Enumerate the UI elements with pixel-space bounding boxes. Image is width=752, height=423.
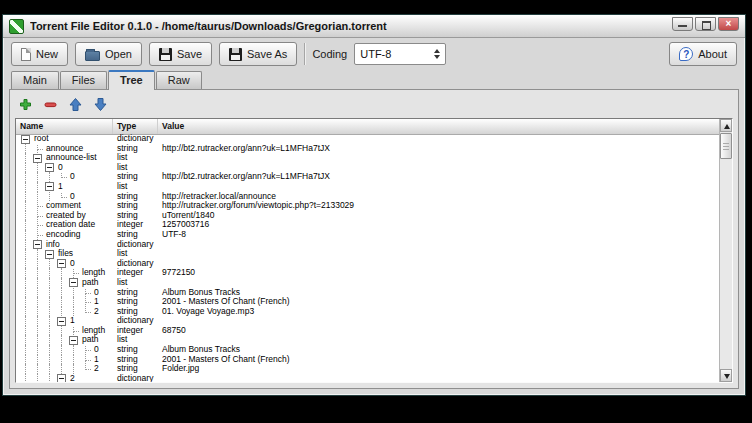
tree-row[interactable]: creation dateinteger1257003716 <box>16 220 719 230</box>
collapse-expander-icon[interactable] <box>44 163 56 173</box>
tree-row[interactable]: commentstringhttp://rutracker.org/forum/… <box>16 201 719 211</box>
tree-row[interactable]: infodictionary <box>16 240 719 250</box>
tree-cell-type: string <box>113 192 158 202</box>
tree-row[interactable]: 1string2001 - Masters Of Chant (French) <box>16 355 719 365</box>
tree-view: Name Type Value rootdictionaryannouncest… <box>15 118 733 383</box>
coding-select[interactable]: UTF-8 <box>354 43 446 65</box>
about-button[interactable]: ? About <box>669 42 737 66</box>
tree-row[interactable]: 0stringAlbum Bonus Tracks <box>16 345 719 355</box>
collapse-expander-icon[interactable] <box>56 374 68 382</box>
open-button[interactable]: Open <box>75 42 142 66</box>
tree-guide-line <box>44 335 56 345</box>
tree-guide-line <box>56 345 68 355</box>
minimize-button[interactable] <box>672 17 693 31</box>
collapse-expander-icon[interactable] <box>44 182 56 192</box>
node-name: 2 <box>70 374 75 382</box>
tree-row[interactable]: announce-listlist <box>16 153 719 163</box>
tree-row[interactable]: announcestringhttp://bt2.rutracker.org/a… <box>16 144 719 154</box>
collapse-expander-icon[interactable] <box>44 249 56 259</box>
tree-guide-line <box>32 163 44 173</box>
tree-row[interactable]: pathlist <box>16 278 719 288</box>
collapse-expander-icon[interactable] <box>68 335 80 345</box>
collapse-expander-icon[interactable] <box>56 316 68 326</box>
tree-row[interactable]: pathlist <box>16 335 719 345</box>
collapse-expander-icon[interactable] <box>32 240 44 250</box>
move-up-button[interactable] <box>68 97 83 112</box>
tree-cell-name: 1 <box>16 182 113 192</box>
node-name: 1 <box>70 316 75 326</box>
tree-guide-line <box>20 153 32 163</box>
new-button[interactable]: New <box>11 42 68 66</box>
tree-cell-value: 2001 - Masters Of Chant (French) <box>158 355 719 365</box>
tree-row[interactable]: 0stringAlbum Bonus Tracks <box>16 288 719 298</box>
tree-row[interactable]: 2string01. Voyage Voyage.mp3 <box>16 307 719 317</box>
vertical-scrollbar[interactable] <box>719 119 732 382</box>
save-button[interactable]: Save <box>149 42 212 66</box>
tree-header: Name Type Value <box>16 119 719 135</box>
title-bar[interactable]: Torrent File Editor 0.1.0 - /home/taurus… <box>3 15 745 38</box>
tree-cell-type: string <box>113 288 158 298</box>
tree-row[interactable]: 0stringhttp://bt2.rutracker.org/ann?uk=L… <box>16 172 719 182</box>
collapse-expander-icon[interactable] <box>68 278 80 288</box>
tree-guide-line <box>44 192 56 202</box>
column-header-type[interactable]: Type <box>113 119 158 134</box>
tree-row[interactable]: 0stringhttp://retracker.local/announce <box>16 192 719 202</box>
tree-cell-name: info <box>16 240 113 250</box>
tree-row[interactable]: 1list <box>16 182 719 192</box>
tree-row[interactable]: 1string2001 - Masters Of Chant (French) <box>16 297 719 307</box>
tree-branch-line <box>80 297 92 307</box>
collapse-expander-icon[interactable] <box>20 134 32 144</box>
tree-branch-line <box>80 288 92 298</box>
maximize-button[interactable] <box>695 17 716 31</box>
save-as-button[interactable]: Save As <box>219 42 297 66</box>
scrollbar-thumb[interactable] <box>720 133 732 159</box>
collapse-expander-icon[interactable] <box>56 259 68 269</box>
tree-row[interactable]: encodingstringUTF-8 <box>16 230 719 240</box>
tree-cell-type: string <box>113 201 158 211</box>
spinner-arrows-icon <box>434 49 440 59</box>
tree-row[interactable]: 1dictionary <box>16 316 719 326</box>
tree-tab-page: Name Type Value rootdictionaryannouncest… <box>9 89 739 389</box>
tree-row[interactable]: 0dictionary <box>16 259 719 269</box>
main-toolbar: New Open Save Save As Coding UTF-8 ? Abo… <box>3 38 745 70</box>
tree-row[interactable]: 0list <box>16 163 719 173</box>
tree-guide-line <box>56 278 68 288</box>
node-name: 0 <box>94 288 99 298</box>
node-name: created by <box>46 211 86 221</box>
tree-row[interactable]: rootdictionary <box>16 134 719 144</box>
tab-files[interactable]: Files <box>60 71 107 89</box>
question-bubble-icon: ? <box>679 47 693 61</box>
column-header-name[interactable]: Name <box>16 119 113 134</box>
move-down-button[interactable] <box>93 97 108 112</box>
tree-cell-value <box>158 335 719 345</box>
tree-row[interactable]: 2stringFolder.jpg <box>16 364 719 374</box>
tree-guide-line <box>56 326 68 336</box>
tree-cell-type: integer <box>113 268 158 278</box>
tree-cell-name: comment <box>16 201 113 211</box>
app-icon <box>9 19 24 34</box>
tree-branch-line <box>80 364 92 374</box>
remove-item-button[interactable] <box>43 97 58 112</box>
tree-cell-name: length <box>16 268 113 278</box>
tree-cell-value: Album Bonus Tracks <box>158 288 719 298</box>
add-item-button[interactable] <box>18 97 33 112</box>
column-header-value[interactable]: Value <box>158 119 719 134</box>
scroll-down-arrow-icon[interactable] <box>720 369 732 382</box>
tab-tree[interactable]: Tree <box>108 70 155 90</box>
tree-row[interactable]: lengthinteger9772150 <box>16 268 719 278</box>
tree-row[interactable]: lengthinteger68750 <box>16 326 719 336</box>
scroll-up-arrow-icon[interactable] <box>720 119 732 132</box>
tree-cell-name: 1 <box>16 297 113 307</box>
tab-raw[interactable]: Raw <box>156 71 202 89</box>
tree-row[interactable]: created bystringuTorrent/1840 <box>16 211 719 221</box>
tree-guide-line <box>68 288 80 298</box>
tree-branch-line <box>68 268 80 278</box>
collapse-expander-icon[interactable] <box>32 153 44 163</box>
tree-cell-name: 0 <box>16 345 113 355</box>
tab-main[interactable]: Main <box>11 71 59 89</box>
tree-cell-value: http://retracker.local/announce <box>158 192 719 202</box>
tree-row[interactable]: fileslist <box>16 249 719 259</box>
close-button[interactable]: × <box>718 17 739 31</box>
tree-guide-line <box>56 335 68 345</box>
tree-row[interactable]: 2dictionary <box>16 374 719 382</box>
